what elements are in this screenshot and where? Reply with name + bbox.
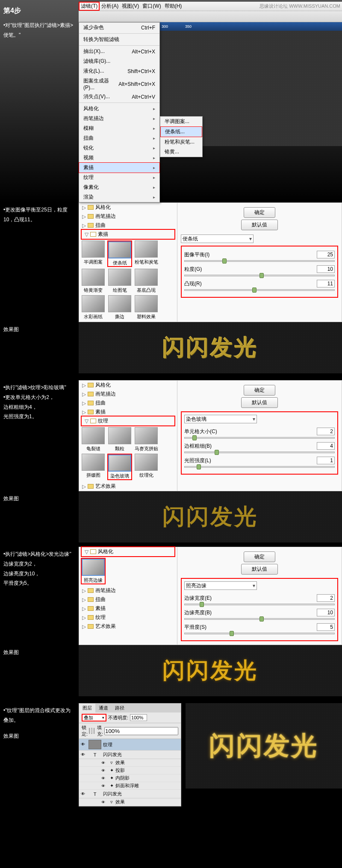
- mi-blur[interactable]: 模糊: [79, 123, 159, 133]
- thumb-mosaic[interactable]: 马赛克拼贴: [134, 427, 159, 452]
- tree-stylize3[interactable]: ▽风格化: [81, 546, 175, 557]
- tree-brush[interactable]: ▷画笔描边: [79, 212, 177, 221]
- fx-bevel[interactable]: ✦斜面和浮雕: [79, 782, 181, 790]
- thumb-chrome[interactable]: 铬黄渐变: [81, 269, 106, 293]
- slider-relief[interactable]: [184, 289, 335, 291]
- mi-pixelate[interactable]: 像素化: [79, 182, 159, 192]
- default-button-3[interactable]: 默认值: [241, 564, 278, 575]
- menu-filter[interactable]: 滤镜(T): [79, 2, 100, 11]
- slider-balance[interactable]: [184, 260, 335, 262]
- ok-button-3[interactable]: 确定: [244, 551, 275, 562]
- thumb-graphic[interactable]: 绘图笔: [107, 269, 132, 293]
- ok-button-2[interactable]: 确定: [244, 385, 275, 396]
- tree-brush2[interactable]: ▷画笔描边: [79, 390, 177, 399]
- thumb-stained[interactable]: 染色玻璃: [107, 454, 132, 480]
- thumb-torn[interactable]: 撕边: [107, 295, 132, 320]
- thumb-grain[interactable]: 颗粒: [107, 427, 132, 452]
- thumb-halftone[interactable]: 半调图案: [81, 240, 106, 267]
- eye-icon[interactable]: [81, 791, 87, 797]
- layer-text1[interactable]: T闪闪发光: [79, 751, 181, 759]
- tree-sketch2[interactable]: ▷素描: [79, 408, 177, 416]
- menu-analysis[interactable]: 分析(A): [100, 3, 120, 10]
- mi-liquify[interactable]: 液化(L)...Shift+Ctrl+X: [79, 66, 159, 76]
- input-smooth[interactable]: [317, 623, 335, 631]
- eye-icon[interactable]: [81, 742, 87, 748]
- mi-reduce-noise[interactable]: 减少杂色Ctrl+F: [79, 23, 159, 32]
- tab-channels[interactable]: 通道: [95, 704, 112, 713]
- mi-pattern[interactable]: 图案生成器(P)...Alt+Shift+Ctrl+X: [79, 76, 159, 92]
- sub-chalk[interactable]: 粉笔和炭笔...: [160, 137, 202, 147]
- sub-halftone[interactable]: 半调图案...: [160, 117, 202, 126]
- mi-sharpen[interactable]: 锐化: [79, 143, 159, 153]
- thumb-chalk[interactable]: 粉笔和炭笔: [134, 240, 159, 267]
- mi-extract[interactable]: 抽出(X)...Alt+Ctrl+X: [79, 47, 159, 56]
- layer-texture[interactable]: 纹理: [79, 739, 181, 751]
- thumb-notepaper[interactable]: 便条纸: [107, 240, 132, 267]
- tree-distort3[interactable]: ▷扭曲: [79, 595, 177, 604]
- tab-paths[interactable]: 路径: [112, 704, 128, 713]
- menu-view[interactable]: 视图(V): [120, 3, 141, 10]
- lock-all-icon[interactable]: [94, 728, 94, 734]
- tree-distort2[interactable]: ▷扭曲: [79, 399, 177, 408]
- tree-brush3[interactable]: ▷画笔描边: [79, 586, 177, 595]
- tree-sketch3[interactable]: ▷素描: [79, 604, 177, 613]
- mi-filter-gallery[interactable]: 滤镜库(G)...: [79, 56, 159, 66]
- input-opacity[interactable]: [130, 714, 147, 721]
- tree-sketch[interactable]: ▽素描: [81, 229, 175, 240]
- fx-effects2[interactable]: ▿效果: [79, 798, 181, 806]
- layer-text2[interactable]: T闪闪发光: [79, 790, 181, 798]
- input-grain[interactable]: [317, 265, 335, 273]
- thumb-patchwork[interactable]: 拼缀图: [81, 454, 106, 480]
- tree-texture3[interactable]: ▷纹理: [79, 613, 177, 622]
- eye-icon[interactable]: [81, 752, 87, 758]
- ok-button[interactable]: 确定: [244, 207, 275, 218]
- slider-edgebright[interactable]: [184, 618, 335, 620]
- thumb-craquelure[interactable]: 龟裂缝: [81, 427, 106, 452]
- tree-stylize[interactable]: ▷风格化: [79, 203, 177, 212]
- mi-render[interactable]: 渲染: [79, 192, 159, 202]
- input-cell[interactable]: [317, 428, 335, 435]
- input-edgebright[interactable]: [317, 609, 335, 616]
- input-fill[interactable]: [104, 727, 178, 735]
- slider-cell[interactable]: [184, 437, 335, 439]
- slider-grain[interactable]: [184, 275, 335, 276]
- fx-innershadow[interactable]: ✦内阴影: [79, 774, 181, 782]
- thumb-basrelief[interactable]: 基底凸现: [134, 269, 159, 293]
- thumb-texturizer[interactable]: 纹理化: [134, 454, 159, 480]
- tree-artistic2[interactable]: ▷艺术效果: [79, 482, 177, 491]
- slider-edgewidth[interactable]: [184, 604, 335, 605]
- mi-distort[interactable]: 扭曲: [79, 133, 159, 143]
- tree-distort[interactable]: ▷扭曲: [79, 221, 177, 230]
- input-light[interactable]: [317, 457, 335, 464]
- menu-window[interactable]: 窗口(W): [141, 3, 162, 10]
- tree-texture2[interactable]: ▽纹理: [81, 416, 175, 426]
- lock-pixels-icon[interactable]: [89, 728, 90, 734]
- mi-smart-filter[interactable]: 转换为智能滤镜: [79, 35, 159, 44]
- filter-dropdown-2[interactable]: 染色玻璃: [184, 415, 257, 423]
- mi-brush[interactable]: 画笔描边: [79, 114, 159, 123]
- thumb-glowing[interactable]: 照亮边缘: [81, 558, 106, 584]
- thumb-plastic[interactable]: 塑料效果: [134, 295, 159, 320]
- fx-shadow[interactable]: ✦投影: [79, 767, 181, 774]
- slider-border[interactable]: [184, 452, 335, 453]
- slider-smooth[interactable]: [184, 633, 335, 634]
- filter-dropdown-3[interactable]: 照亮边缘: [184, 581, 257, 590]
- mi-vanishing[interactable]: 消失点(V)...Alt+Ctrl+V: [79, 92, 159, 102]
- thumb-water[interactable]: 水彩画纸: [81, 295, 106, 320]
- input-relief[interactable]: [317, 280, 335, 287]
- mi-video[interactable]: 视频: [79, 153, 159, 163]
- input-edgewidth[interactable]: [317, 594, 335, 602]
- sub-chrome[interactable]: 铬黄...: [160, 147, 202, 157]
- sub-notepaper[interactable]: 便条纸...: [160, 126, 202, 137]
- mi-sketch[interactable]: 素描: [79, 162, 160, 173]
- input-balance[interactable]: [317, 251, 335, 258]
- tree-stylize2[interactable]: ▷风格化: [79, 381, 177, 390]
- tree-artistic3[interactable]: ▷艺术效果: [79, 622, 177, 631]
- menu-help[interactable]: 帮助(H): [163, 3, 184, 10]
- default-button[interactable]: 默认值: [241, 220, 278, 230]
- lock-position-icon[interactable]: [91, 728, 92, 734]
- filter-dropdown[interactable]: 便条纸: [181, 235, 254, 243]
- slider-light[interactable]: [184, 466, 335, 468]
- blend-mode-dropdown[interactable]: 叠加: [82, 714, 106, 721]
- mi-texture[interactable]: 纹理: [79, 173, 159, 182]
